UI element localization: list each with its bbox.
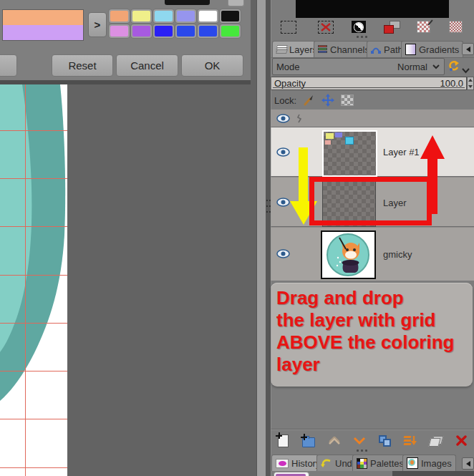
lock-move-icon[interactable] [321, 94, 334, 107]
mode-reset-button[interactable] [448, 60, 460, 75]
layer-row-partial[interactable] [271, 110, 474, 127]
chevron-down-icon [461, 67, 470, 74]
canvas-grid-line [0, 178, 67, 179]
reset-arrow-icon [448, 60, 460, 72]
mode-dropdown[interactable]: Mode Normal [272, 58, 445, 75]
color-swatch[interactable] [198, 9, 218, 23]
color-swatch[interactable] [131, 24, 152, 38]
red-up-arrow-head [420, 135, 445, 159]
dock-drag-handle[interactable] [357, 450, 367, 452]
tab-menu-button[interactable] [462, 43, 474, 55]
color-swatch[interactable] [109, 9, 130, 23]
bottom-dock-tabbar: History Undo Palettes Images [271, 453, 474, 472]
raise-layer-button[interactable] [325, 432, 344, 450]
collapsed-entry-widget[interactable] [165, 0, 210, 5]
canvas-grid-line [0, 226, 67, 227]
visibility-eye-icon[interactable] [276, 198, 290, 207]
tab-menu-button[interactable] [462, 457, 474, 470]
color-dialog: > Reset Cancel OK [0, 0, 251, 80]
tab-images[interactable]: Images [402, 455, 456, 471]
delete-x-icon [456, 435, 467, 446]
chain-link-icon[interactable] [296, 114, 302, 123]
reset-button[interactable]: Reset [52, 54, 113, 77]
background-color-swatch [3, 25, 83, 40]
yellow-down-arrow-shaft [299, 147, 308, 203]
dock-tabbar: Layers Channels Paths Gradients [271, 39, 474, 58]
mode-value: Normal [397, 62, 427, 72]
palette-expander-button[interactable]: > [88, 12, 107, 37]
red-highlight-rectangle [309, 177, 432, 225]
layer-name[interactable]: gmicky [383, 249, 412, 260]
thumbnail-speck [326, 133, 334, 139]
select-none-icon[interactable] [318, 21, 334, 34]
palettes-icon [357, 458, 367, 469]
delete-layer-button[interactable] [452, 432, 470, 450]
invert-selection-icon[interactable] [352, 21, 366, 33]
lock-label: Lock: [274, 95, 296, 106]
note-line-3: ABOVE the coloring [276, 331, 473, 354]
dock-drag-handle[interactable] [357, 36, 367, 38]
image-canvas[interactable] [0, 84, 67, 476]
lock-paint-brush-icon[interactable] [303, 94, 315, 107]
color-swatch[interactable] [131, 9, 152, 23]
gmicky-thumbnail[interactable] [321, 230, 376, 279]
spin-down-icon[interactable] [468, 85, 473, 88]
layer-mask-button[interactable] [427, 432, 445, 450]
new-layer-button[interactable] [274, 432, 293, 450]
color-swatch[interactable] [109, 24, 130, 38]
layer-mode-row: Mode Normal [271, 58, 474, 76]
mode-label: Mode [276, 62, 300, 72]
stroke-selection-icon[interactable] [449, 21, 463, 33]
new-layer-group-button[interactable] [299, 432, 318, 450]
selection-to-path-icon[interactable] [417, 21, 430, 33]
chevron-up-icon [328, 437, 341, 445]
layer-row-gmicky[interactable]: gmicky [271, 228, 474, 281]
chevron-down-icon [432, 64, 440, 69]
canvas-grid-line [0, 371, 67, 371]
opacity-slider[interactable]: Opacity 100.0 [271, 77, 467, 90]
teal-circle-drawing [0, 84, 67, 476]
spin-up-icon[interactable] [468, 79, 473, 82]
gradients-icon [405, 44, 416, 55]
note-line-1: Drag and drop [276, 287, 473, 309]
current-color-preview [2, 9, 84, 41]
color-swatch[interactable] [220, 9, 241, 23]
color-swatch[interactable] [220, 24, 241, 38]
history-icon [276, 459, 289, 468]
note-line-4: layer [276, 354, 473, 376]
layers-icon [276, 45, 286, 54]
foreground-color-swatch [3, 10, 83, 25]
visibility-eye-icon[interactable] [276, 147, 290, 157]
opacity-spinner[interactable] [467, 77, 474, 90]
ok-button[interactable]: OK [181, 54, 243, 77]
cancel-button[interactable]: Cancel [116, 54, 178, 77]
dock-left-edge [271, 0, 271, 476]
color-palette-grid [109, 9, 243, 40]
eyedropper-button-partial[interactable] [228, 0, 244, 6]
history-entry-partial[interactable] [274, 472, 309, 476]
tab-channels[interactable]: Channels [314, 41, 374, 57]
select-all-icon[interactable] [281, 21, 296, 34]
tab-gradients[interactable]: Gradients [401, 41, 463, 57]
color-swatch[interactable] [175, 9, 196, 23]
lock-alpha-icon[interactable] [341, 94, 354, 106]
color-swatch[interactable] [153, 24, 174, 38]
visibility-eye-icon[interactable] [276, 249, 290, 258]
lower-layer-button[interactable] [350, 432, 369, 450]
merge-layer-button[interactable] [401, 432, 420, 450]
chevron-down-icon [353, 437, 366, 445]
layer1-thumbnail[interactable] [322, 130, 377, 177]
layer-name[interactable]: Layer #1 [383, 147, 420, 157]
canvas-grid-line [0, 130, 67, 131]
help-button-partial[interactable] [0, 54, 17, 77]
color-swatch[interactable] [175, 24, 196, 38]
color-swatch[interactable] [153, 9, 174, 23]
panel-edge [392, 471, 474, 476]
visibility-eye-icon[interactable] [276, 114, 290, 123]
duplicate-layer-button[interactable] [376, 432, 395, 450]
mode-switch-button[interactable] [461, 64, 470, 77]
color-swatch[interactable] [198, 24, 218, 38]
tab-palettes[interactable]: Palettes [352, 455, 408, 471]
selection-to-channel-icon[interactable] [384, 21, 400, 34]
thumbnail-speck [345, 137, 354, 145]
